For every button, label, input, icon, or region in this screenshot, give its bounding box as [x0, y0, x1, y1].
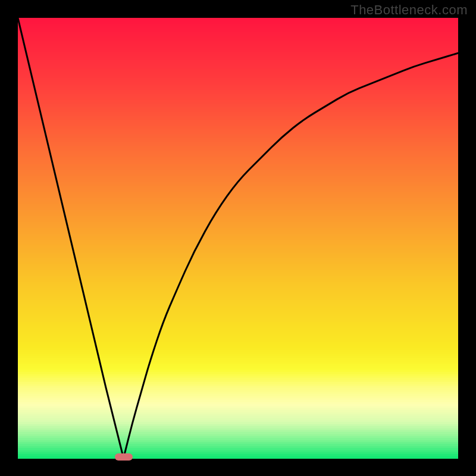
curve-layer [18, 18, 458, 458]
figure-root: TheBottleneck.com [0, 0, 476, 476]
plot-area [18, 18, 458, 458]
bottleneck-curve [18, 18, 458, 458]
watermark-text: TheBottleneck.com [350, 2, 468, 18]
minimum-marker [115, 453, 133, 461]
